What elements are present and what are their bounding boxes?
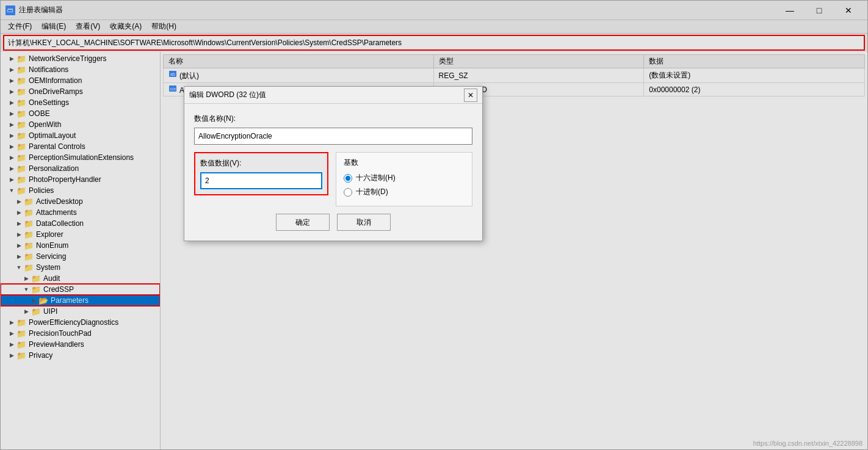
value-data-input[interactable]: [200, 172, 322, 189]
main-window: 🗃 注册表编辑器 — □ ✕ 文件(F) 编辑(E) 查看(V) 收藏夹(A) …: [0, 0, 868, 450]
radio-hex[interactable]: 十六进制(H): [344, 173, 465, 183]
dialog-body: 数值名称(N): 数值数据(V): 基数 十六进制(H): [184, 104, 482, 241]
radio-hex-label: 十六进制(H): [356, 173, 396, 183]
dialog-titlebar: 编辑 DWORD (32 位)值 ✕: [184, 87, 482, 104]
value-data-label: 数值数据(V):: [200, 158, 322, 169]
dialog-buttons: 确定 取消: [194, 214, 472, 231]
base-label: 基数: [344, 158, 465, 168]
confirm-button[interactable]: 确定: [276, 214, 330, 231]
radio-hex-input[interactable]: [344, 174, 352, 183]
value-data-section: 数值数据(V):: [194, 152, 328, 195]
cancel-button[interactable]: 取消: [337, 214, 391, 231]
radio-dec-label: 十进制(D): [356, 187, 388, 197]
dialog-title: 编辑 DWORD (32 位)值: [189, 90, 464, 100]
radio-dec[interactable]: 十进制(D): [344, 187, 465, 197]
field-name-input[interactable]: [194, 128, 472, 145]
field-name-label: 数值名称(N):: [194, 114, 472, 124]
modal-overlay: 编辑 DWORD (32 位)值 ✕ 数值名称(N): 数值数据(V):: [1, 1, 867, 449]
base-group: 基数 十六进制(H) 十进制(D): [336, 152, 472, 206]
dialog-close-button[interactable]: ✕: [464, 89, 477, 102]
radio-dec-input[interactable]: [344, 188, 352, 197]
edit-dword-dialog: 编辑 DWORD (32 位)值 ✕ 数值名称(N): 数值数据(V):: [184, 86, 483, 241]
